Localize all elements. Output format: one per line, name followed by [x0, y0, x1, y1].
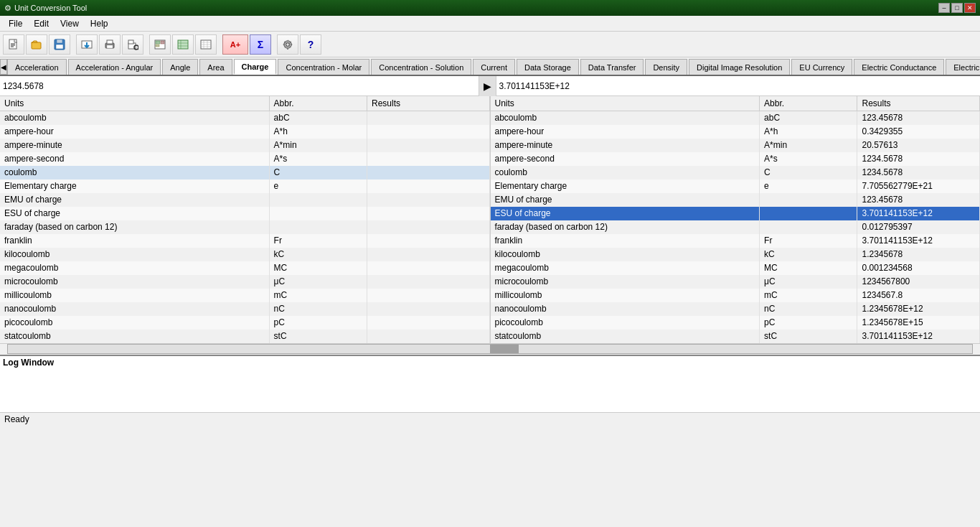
right-units-cell: kilocoulomb — [491, 248, 760, 261]
menu-edit[interactable]: Edit — [28, 16, 55, 32]
tab-data-transfer[interactable]: Data Transfer — [580, 59, 644, 75]
right-table-row[interactable]: abcoulombabC123.45678 — [491, 111, 980, 125]
left-table-row[interactable]: ampere-hourA*h — [0, 125, 489, 139]
tab-charge[interactable]: Charge — [234, 59, 277, 75]
maximize-button[interactable]: □ — [951, 3, 963, 13]
left-table-row[interactable]: kilocoulombkC — [0, 248, 489, 261]
left-results-cell — [367, 179, 489, 193]
right-table-row[interactable]: faraday (based on carbon 12)0.012795397 — [491, 220, 980, 234]
left-table-row[interactable]: ESU of charge — [0, 207, 489, 220]
right-table-row[interactable]: ESU of charge3.701141153E+12 — [491, 207, 980, 220]
left-table-row[interactable]: faraday (based on carbon 12) — [0, 220, 489, 234]
open-button[interactable] — [26, 34, 47, 55]
right-col-abbr: Abbr. — [760, 96, 857, 111]
right-col-results: Results — [857, 96, 980, 111]
left-table-row[interactable]: franklinFr — [0, 234, 489, 248]
left-units-cell: microcoulomb — [0, 275, 269, 289]
right-table-row[interactable]: kilocoulombkC1.2345678 — [491, 248, 980, 261]
left-table-row[interactable]: coulombC — [0, 166, 489, 179]
left-table-row[interactable]: nanocoulombnC — [0, 302, 489, 316]
menu-help[interactable]: Help — [85, 16, 114, 32]
tab-digital-image-resolution[interactable]: Digital Image Resolution — [689, 59, 790, 75]
input-left-panel — [0, 76, 479, 95]
tab-area[interactable]: Area — [199, 59, 232, 75]
left-table-row[interactable]: millicoulombmC — [0, 289, 489, 302]
tab-eu-currency[interactable]: EU Currency — [791, 59, 852, 75]
svg-rect-20 — [156, 45, 159, 47]
formula-button[interactable]: A+ — [222, 34, 248, 55]
status-text: Ready — [4, 414, 29, 424]
print-button[interactable] — [99, 34, 121, 55]
left-table-row[interactable]: abcoulombabC — [0, 111, 489, 125]
right-results-cell: 0.012795397 — [857, 220, 980, 234]
right-table-row[interactable]: picocoulombpC1.2345678E+15 — [491, 316, 980, 330]
minimize-button[interactable]: – — [938, 3, 950, 13]
left-results-cell — [367, 193, 489, 207]
toolbar: A+ Σ ? — [0, 32, 980, 57]
left-col-abbr: Abbr. — [269, 96, 367, 111]
left-table-row[interactable]: microcoulombμC — [0, 275, 489, 289]
right-units-cell: coulomb — [491, 166, 760, 179]
export1-button[interactable] — [149, 34, 171, 55]
left-units-cell: ampere-hour — [0, 125, 269, 139]
tab-acceleration[interactable]: Acceleration — [7, 59, 67, 75]
print-preview-button[interactable] — [122, 34, 143, 55]
left-results-cell — [367, 139, 489, 152]
left-table-row[interactable]: picocoulombpC — [0, 316, 489, 330]
right-units-cell: EMU of charge — [491, 193, 760, 207]
right-table-row[interactable]: millicoulombmC1234567.8 — [491, 289, 980, 302]
sigma-button[interactable]: Σ — [250, 34, 271, 55]
left-units-cell: millicoulomb — [0, 289, 269, 302]
right-table-row[interactable]: ampere-minuteA*min20.57613 — [491, 139, 980, 152]
left-value-input[interactable] — [0, 76, 479, 95]
right-table-row[interactable]: ampere-hourA*h0.3429355 — [491, 125, 980, 139]
tab-acceleration-angular[interactable]: Acceleration - Angular — [68, 59, 161, 75]
tab-concentration-molar[interactable]: Concentration - Molar — [278, 59, 369, 75]
menu-view[interactable]: View — [55, 16, 85, 32]
right-table-row[interactable]: EMU of charge123.45678 — [491, 193, 980, 207]
left-table-row[interactable]: ampere-minuteA*min — [0, 139, 489, 152]
settings-button[interactable] — [277, 34, 298, 55]
left-table-row[interactable]: EMU of charge — [0, 193, 489, 207]
export2-button[interactable] — [172, 34, 194, 55]
right-table-row[interactable]: Elementary chargee7.705562779E+21 — [491, 179, 980, 193]
tab-electric-conductance[interactable]: Electric Conductance — [854, 59, 944, 75]
tab-density[interactable]: Density — [645, 59, 687, 75]
svg-rect-21 — [178, 40, 188, 49]
new-button[interactable] — [3, 34, 24, 55]
right-table-row[interactable]: franklinFr3.701141153E+12 — [491, 234, 980, 248]
right-table-row[interactable]: ampere-secondA*s1234.5678 — [491, 152, 980, 166]
left-table-row[interactable]: statcoulombstC — [0, 330, 489, 343]
right-units-cell: ampere-minute — [491, 139, 760, 152]
right-results-cell: 123.45678 — [857, 111, 980, 125]
scrollbar-thumb[interactable] — [490, 345, 519, 353]
help-button[interactable]: ? — [300, 34, 321, 55]
save-button[interactable] — [49, 34, 70, 55]
right-table-row[interactable]: nanocoulombnC1.2345678E+12 — [491, 302, 980, 316]
left-table-row[interactable]: megacoulombMC — [0, 261, 489, 275]
menu-file[interactable]: File — [3, 16, 28, 32]
tab-data-storage[interactable]: Data Storage — [517, 59, 579, 75]
tab-concentration-solution[interactable]: Concentration - Solution — [371, 59, 471, 75]
export3-button[interactable] — [195, 34, 217, 55]
right-abbr-cell: kC — [760, 248, 857, 261]
left-table-row[interactable]: Elementary chargee — [0, 179, 489, 193]
left-abbr-cell: A*h — [269, 125, 367, 139]
log-area: Log Window — [0, 355, 980, 412]
left-abbr-cell — [269, 207, 367, 220]
import-button[interactable] — [76, 34, 98, 55]
right-value-input[interactable] — [499, 81, 978, 91]
close-button[interactable]: ✕ — [964, 3, 976, 13]
convert-arrow-button[interactable]: ▶ — [479, 76, 496, 96]
right-table-row[interactable]: coulombC1234.5678 — [491, 166, 980, 179]
right-table-row[interactable]: megacoulombMC0.001234568 — [491, 261, 980, 275]
tab-nav-left[interactable]: ◀ — [0, 59, 7, 75]
right-table-row[interactable]: microcoulombμC1234567800 — [491, 275, 980, 289]
tab-electric-condu[interactable]: Electric Condu — [946, 59, 980, 75]
horizontal-scrollbar[interactable] — [7, 344, 973, 354]
left-results-cell — [367, 261, 489, 275]
left-table-row[interactable]: ampere-secondA*s — [0, 152, 489, 166]
tab-angle[interactable]: Angle — [162, 59, 198, 75]
tab-current[interactable]: Current — [473, 59, 515, 75]
right-table-row[interactable]: statcoulombstC3.701141153E+12 — [491, 330, 980, 343]
